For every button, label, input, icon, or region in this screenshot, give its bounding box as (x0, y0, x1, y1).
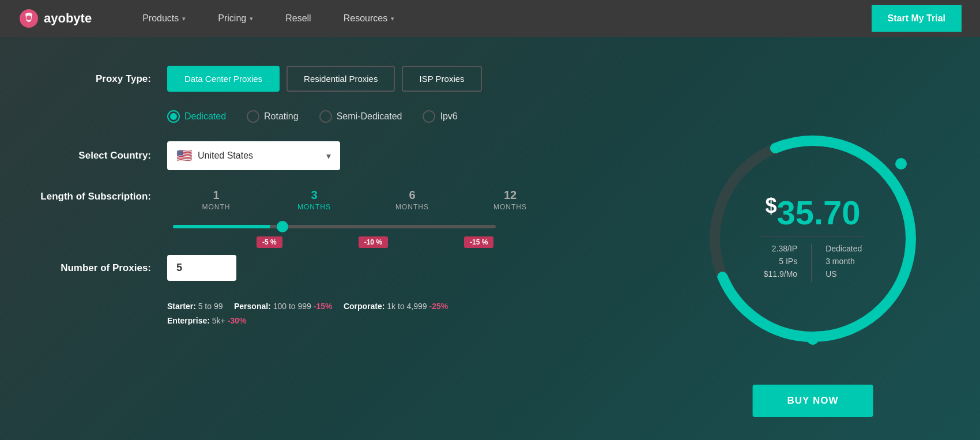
datacenter-proxies-button[interactable]: Data Center Proxies (167, 66, 280, 92)
subscription-label: Length of Subscription: (35, 189, 167, 202)
rotating-label: Rotating (264, 111, 299, 122)
chevron-down-icon: ▾ (326, 151, 331, 161)
semi-dedicated-label: Semi-Dedicated (337, 111, 402, 122)
price-display: $35.70 (738, 195, 888, 229)
price-details: 2.38/IP 5 IPs $11.9/Mo Dedicated 3 month… (738, 244, 888, 282)
nav-resources[interactable]: Resources ▾ (327, 0, 410, 37)
month-12[interactable]: 12 MONTHS (461, 189, 559, 211)
proxy-kind-row: Dedicated Rotating Semi-Dedicated Ipv6 (35, 110, 611, 123)
proxy-type-buttons: Data Center Proxies Residential Proxies … (167, 66, 482, 92)
radio-ipv6[interactable]: Ipv6 (423, 110, 457, 123)
right-panel: $35.70 2.38/IP 5 IPs $11.9/Mo Dedicated … (646, 37, 980, 440)
per-ip: 2.38/IP (764, 244, 797, 253)
price-col-left: 2.38/IP 5 IPs $11.9/Mo (764, 244, 797, 282)
country-name: United States (198, 151, 321, 161)
svg-point-1 (27, 16, 31, 20)
logo-text: ayobyte (44, 11, 92, 26)
month-3[interactable]: 3 MONTHS (265, 189, 363, 211)
main-content: Proxy Type: Data Center Proxies Resident… (0, 37, 980, 440)
radio-circle-dedicated (167, 110, 180, 123)
subscription-slider[interactable] (173, 225, 496, 228)
start-trial-button[interactable]: Start My Trial (872, 5, 962, 32)
dollar-sign: $ (765, 193, 777, 217)
chevron-down-icon: ▾ (182, 15, 186, 22)
radio-circle-rotating (247, 110, 259, 123)
navbar: ayobyte Products ▾ Pricing ▾ Resell Reso… (0, 0, 980, 37)
price-content: $35.70 2.38/IP 5 IPs $11.9/Mo Dedicated … (738, 195, 888, 281)
nav-pricing[interactable]: Pricing ▾ (202, 0, 269, 37)
month-6[interactable]: 6 MONTHS (363, 189, 461, 211)
proxies-input[interactable] (167, 255, 236, 281)
country-select[interactable]: 🇺🇸 United States ▾ (167, 141, 340, 170)
svg-point-4 (807, 333, 819, 345)
nav-products[interactable]: Products ▾ (126, 0, 202, 37)
radio-circle-ipv6 (423, 110, 435, 123)
monthly-price: $11.9/Mo (764, 269, 797, 279)
dedicated-label: Dedicated (184, 111, 226, 122)
discount-10: -10 % (359, 236, 388, 248)
price-divider (738, 236, 888, 237)
chevron-down-icon: ▾ (391, 15, 394, 22)
subscription-slider-container (167, 220, 490, 231)
month-1[interactable]: 1 MONTH (167, 189, 265, 211)
ipv6-label: Ipv6 (440, 111, 457, 122)
discount-badges: -5 % -10 % -15 % (167, 236, 611, 248)
proxy-type-row: Proxy Type: Data Center Proxies Resident… (35, 66, 611, 92)
country-flag: 🇺🇸 (176, 148, 192, 163)
price-duration: 3 month (826, 257, 862, 266)
proxy-type-label: Proxy Type: (35, 73, 167, 85)
starter-label: Starter: 5 to 99 Personal: 100 to 999 -1… (167, 302, 448, 311)
radio-circle-semi (319, 110, 332, 123)
svg-point-5 (895, 158, 907, 170)
country-row: Select Country: 🇺🇸 United States ▾ (35, 141, 611, 170)
discount-5: -5 % (257, 236, 282, 248)
radio-dot-dedicated (170, 113, 177, 120)
country-label: Select Country: (35, 150, 167, 161)
price-col-right: Dedicated 3 month US (811, 244, 862, 282)
radio-dedicated[interactable]: Dedicated (167, 110, 226, 123)
radio-semi-dedicated[interactable]: Semi-Dedicated (319, 110, 402, 123)
chevron-down-icon: ▾ (250, 15, 253, 22)
tier-info: Starter: 5 to 99 Personal: 100 to 999 -1… (35, 299, 611, 328)
months-labels: 1 MONTH 3 MONTHS 6 MONTHS 12 MONTHS (167, 189, 611, 211)
proxies-label: Number of Proxies: (35, 262, 167, 274)
left-panel: Proxy Type: Data Center Proxies Resident… (0, 37, 646, 440)
ips-count: 5 IPs (764, 257, 797, 266)
enterprise-label: Enterprise: 5k+ -30% (167, 316, 246, 325)
logo[interactable]: ayobyte (18, 8, 92, 29)
logo-icon (18, 8, 39, 29)
price-circle: $35.70 2.38/IP 5 IPs $11.9/Mo Dedicated … (703, 129, 922, 348)
buy-now-button[interactable]: BUY NOW (753, 385, 873, 417)
nav-links: Products ▾ Pricing ▾ Resell Resources ▾ (126, 0, 871, 37)
subscription-content: 1 MONTH 3 MONTHS 6 MONTHS 12 MONTHS (167, 189, 611, 248)
isp-proxies-button[interactable]: ISP Proxies (402, 66, 481, 92)
proxies-row: Number of Proxies: (35, 255, 611, 281)
nav-resell[interactable]: Resell (269, 0, 327, 37)
radio-rotating[interactable]: Rotating (247, 110, 299, 123)
residential-proxies-button[interactable]: Residential Proxies (287, 66, 395, 92)
discount-15: -15 % (464, 236, 493, 248)
price-type: Dedicated (826, 244, 862, 253)
subscription-row: Length of Subscription: 1 MONTH 3 MONTHS… (35, 189, 611, 248)
price-region: US (826, 269, 862, 279)
